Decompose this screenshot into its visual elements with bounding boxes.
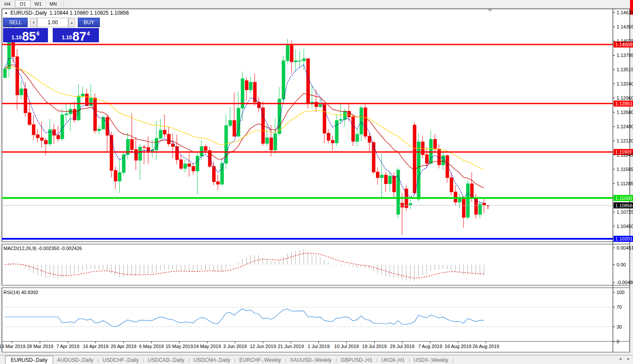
date-label[interactable]: 7 Apr 2019 — [56, 344, 79, 349]
date-label[interactable]: 19 Jul 2019 — [362, 344, 387, 349]
sell-price-point: 6 — [36, 30, 39, 37]
candle-body — [286, 45, 289, 60]
chart-tab-ukoil[interactable]: UKOil-,H1 — [378, 356, 409, 364]
date-label[interactable]: 6 May 2019 — [139, 344, 164, 349]
candle-body — [118, 172, 121, 181]
candle-body — [335, 120, 338, 143]
price-tick-label: 1.10725 — [617, 209, 633, 215]
price-tick-label: 1.14635 — [617, 10, 633, 15]
price-tick-label: 1.12400 — [617, 124, 633, 129]
candle-body — [40, 138, 43, 140]
date-label[interactable]: 10 Jul 2019 — [334, 344, 359, 349]
date-label[interactable]: 7 Aug 2019 — [418, 344, 442, 349]
date-label[interactable]: 19 Mar 2019 — [0, 344, 25, 349]
candle-body — [331, 140, 334, 143]
price-tick-label: 1.11285 — [617, 181, 633, 186]
chart-tab-usdcnh[interactable]: USDCNH-,Daily — [190, 356, 234, 364]
chart-tab-usdchf[interactable]: USDCHF-,Daily — [99, 356, 143, 364]
candle-body — [81, 94, 84, 96]
date-label[interactable]: 24 May 2019 — [194, 344, 221, 349]
buy-price-prefix: 1.10 — [62, 35, 72, 41]
date-label[interactable]: 15 May 2019 — [165, 344, 193, 349]
sell-price-display[interactable]: 1.10 85 6 — [3, 28, 48, 42]
macd-tick-label: 0.00 — [617, 262, 626, 267]
candle-body — [462, 199, 465, 218]
date-label[interactable]: 26 Apr 2019 — [111, 344, 136, 349]
buy-price-point: 4 — [87, 30, 90, 37]
collapse-arrow-icon[interactable]: ▲ — [4, 11, 8, 15]
tabs-scroll-right-button[interactable]: ► — [627, 357, 630, 361]
candle-body — [433, 139, 436, 149]
chart-canvas[interactable]: 1.140091.128511.119011.110001.102011.108… — [0, 0, 633, 364]
rsi-tick-label: 100 — [617, 290, 624, 295]
chart-tab-usdcad[interactable]: USDCAD-,Daily — [144, 356, 188, 364]
candle-body — [282, 61, 285, 99]
tabs-scroll-left-button[interactable]: ◄ — [618, 357, 622, 361]
price-tick-label: 1.14075 — [617, 38, 633, 44]
date-label[interactable]: 3 Jun 2019 — [223, 344, 247, 349]
candle-body — [356, 134, 359, 142]
bid-price-plate-label: 1.10856 — [615, 203, 633, 208]
chart-tab-eurusd[interactable]: EURUSD-,Daily — [5, 356, 53, 364]
candle-body — [327, 133, 330, 140]
date-label[interactable]: 16 Aug 2019 — [445, 344, 471, 349]
scroll-to-end-icon[interactable] — [487, 9, 493, 12]
chart-tab-xauusd[interactable]: XAUUSD-,Weekly — [286, 356, 335, 364]
candle-body — [130, 139, 134, 150]
candle-body — [229, 120, 232, 126]
candle-body — [319, 104, 322, 107]
date-label[interactable]: 29 Jul 2019 — [390, 344, 415, 349]
price-tick-label: 1.13240 — [617, 81, 633, 86]
buy-price-display[interactable]: 1.10 87 4 — [53, 28, 99, 42]
candle-body — [339, 120, 342, 120]
buy-button[interactable]: BUY — [78, 18, 100, 27]
candle-body — [294, 61, 297, 62]
candle-body — [302, 59, 305, 61]
candle-body — [471, 184, 474, 198]
candle-body — [89, 98, 92, 106]
candle-body — [3, 69, 6, 78]
symbol-name: EURUSD-,Daily — [10, 10, 47, 16]
sell-price-prefix: 1.10 — [12, 35, 22, 41]
date-label[interactable]: 12 Jun 2019 — [250, 344, 276, 349]
volume-decrease-button[interactable]: ▼ — [30, 18, 37, 27]
candle-body — [290, 45, 293, 62]
date-label[interactable]: 28 Mar 2019 — [27, 344, 54, 349]
candle-body — [466, 184, 469, 217]
candle-body — [266, 138, 269, 143]
chart-tab-usdx[interactable]: USDX-,Weekly — [410, 356, 452, 364]
rsi-indicator-label: RSI(14) 40.8392 — [3, 290, 38, 295]
candle-body — [417, 142, 420, 199]
candle-body — [380, 175, 383, 177]
axis-level-plate-label: 1.11000 — [615, 196, 632, 201]
chart-tab-gbpusd[interactable]: GBPUSD-,H1 — [337, 356, 376, 364]
date-label[interactable]: 21 Jun 2019 — [278, 344, 304, 349]
candle-body — [216, 182, 219, 184]
candle-body — [20, 89, 23, 95]
candle-body — [483, 203, 486, 205]
chart-tab-eurchf[interactable]: EURCHF-,Weekly — [235, 356, 285, 364]
candle-body — [323, 104, 326, 133]
candle-body — [77, 96, 80, 120]
volume-input[interactable]: 1.00 — [37, 18, 68, 27]
ohlc-readout: 1.10844 1.10860 1.10825 1.10856 — [50, 10, 129, 16]
sell-marker-icon[interactable]: T — [487, 205, 489, 210]
volume-increase-button[interactable]: ▲ — [68, 18, 76, 27]
date-label[interactable]: 26 Aug 2019 — [473, 344, 499, 349]
chart-title: ▲ EURUSD-,Daily 1.10844 1.10860 1.10825 … — [4, 10, 129, 16]
chart-tab-audusd[interactable]: AUDUSD-,Daily — [53, 356, 98, 364]
macd-tick-label: -0.004806 — [617, 280, 633, 285]
candle-body — [139, 147, 142, 160]
candle-body — [28, 113, 31, 124]
candle-body — [196, 156, 199, 171]
candle-body — [106, 117, 109, 135]
candle-body — [364, 108, 367, 136]
candle-body — [299, 61, 302, 61]
date-label[interactable]: 16 Apr 2019 — [83, 344, 108, 349]
candle-body — [479, 204, 482, 215]
date-label[interactable]: 1 Jul 2019 — [308, 344, 330, 349]
sell-button[interactable]: SELL — [3, 18, 28, 27]
chart-window-frame — [2, 9, 630, 352]
candle-body — [192, 166, 195, 171]
sell-price-pips: 85 — [22, 31, 36, 42]
